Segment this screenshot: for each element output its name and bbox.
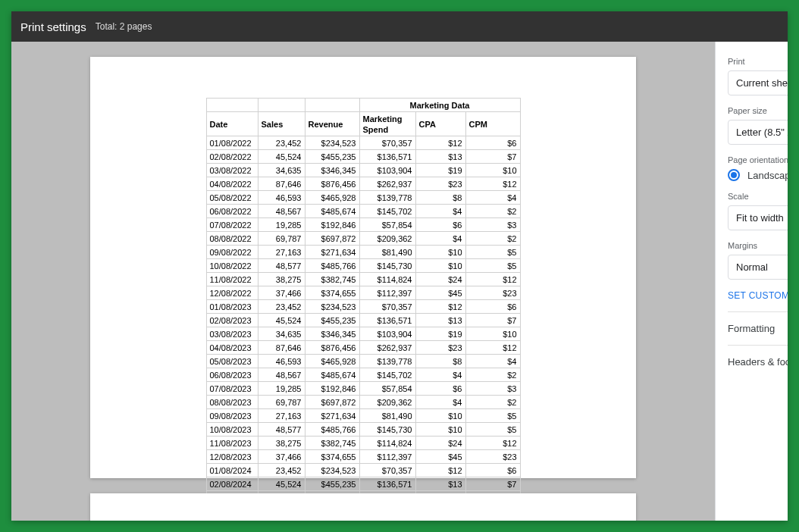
table-row: 01/08/202223,452$234,523$70,357$12$6 — [206, 136, 520, 150]
column-header: CPM — [465, 112, 520, 136]
preview-page-1: Marketing DataDateSalesRevenueMarketing … — [90, 57, 636, 478]
custom-page-breaks-link[interactable]: SET CUSTOM PAGE BREAKS — [728, 290, 788, 301]
table-row: 07/08/202319,285$192,846$57,854$6$3 — [206, 382, 520, 396]
paper-size-select[interactable]: Letter (8.5" x 11") — [728, 120, 788, 145]
table-row: 04/08/202287,646$876,456$262,937$23$12 — [206, 177, 520, 191]
radio-selected-icon — [728, 169, 740, 181]
table-row: 01/08/202423,452$234,523$70,357$12$6 — [206, 464, 520, 477]
table-row: 11/08/202238,275$382,745$114,824$24$12 — [206, 273, 520, 286]
scale-select[interactable]: Fit to width — [728, 205, 788, 230]
table-row: 02/08/202345,524$455,235$136,571$13$7 — [206, 314, 520, 327]
paper-size-label: Paper size — [728, 106, 788, 115]
column-header: CPA — [415, 112, 465, 136]
table-row: 03/08/202234,635$346,345$103,904$19$10 — [206, 164, 520, 177]
body: Marketing DataDateSalesRevenueMarketing … — [11, 42, 788, 521]
headers-footers-section[interactable]: Headers & footers — [728, 345, 788, 378]
column-header: Marketing Spend — [359, 112, 415, 136]
orientation-label: Page orientation — [728, 155, 788, 164]
table-row: 02/08/202245,524$455,235$136,571$13$7 — [206, 150, 520, 164]
table-row: 09/08/202227,163$271,634$81,490$10$5 — [206, 246, 520, 259]
table-row: 12/08/202337,466$374,655$112,397$45$23 — [206, 450, 520, 464]
table-row: 05/08/202246,593$465,928$139,778$8$4 — [206, 191, 520, 205]
table-row: 09/08/202327,163$271,634$81,490$10$5 — [206, 409, 520, 423]
column-header: Revenue — [305, 112, 359, 136]
table-row: 10/08/202348,577$485,766$145,730$10$5 — [206, 423, 520, 437]
table-row: 07/08/202219,285$192,846$57,854$6$3 — [206, 218, 520, 232]
table-row: 05/08/202346,593$465,928$139,778$8$4 — [206, 355, 520, 368]
orientation-landscape-radio[interactable]: Landscape — [728, 169, 788, 181]
table-row: 10/08/202248,577$485,766$145,730$10$5 — [206, 259, 520, 273]
orientation-value: Landscape — [747, 170, 788, 181]
header-bar: Print settings Total: 2 pages — [11, 11, 788, 42]
page-count: Total: 2 pages — [96, 21, 152, 32]
column-header: Sales — [258, 112, 305, 136]
print-settings-window: Print settings Total: 2 pages Marketing … — [11, 11, 788, 521]
table-row: 03/08/202334,635$346,345$103,904$19$10 — [206, 327, 520, 341]
table-row: 06/08/202248,567$485,674$145,702$4$2 — [206, 205, 520, 218]
table-row: 08/08/202269,787$697,872$209,362$4$2 — [206, 232, 520, 246]
table-row: 06/08/202348,567$485,674$145,702$4$2 — [206, 368, 520, 382]
print-label: Print — [728, 57, 788, 66]
scale-label: Scale — [728, 192, 788, 201]
page-title: Print settings — [20, 20, 86, 33]
table-row: 04/08/202387,646$876,456$262,937$23$12 — [206, 341, 520, 355]
margins-label: Margins — [728, 241, 788, 250]
table-row: 01/08/202323,452$234,523$70,357$12$6 — [206, 300, 520, 314]
table-row: 08/08/202369,787$697,872$209,362$4$2 — [206, 396, 520, 409]
print-preview-area[interactable]: Marketing DataDateSalesRevenueMarketing … — [11, 42, 715, 521]
margins-select[interactable]: Normal — [728, 255, 788, 280]
print-select[interactable]: Current sheet — [728, 70, 788, 95]
table-row: 11/08/202338,275$382,745$114,824$24$12 — [206, 437, 520, 450]
table-row: 12/08/202237,466$374,655$112,397$45$23 — [206, 286, 520, 300]
preview-page-2 — [90, 493, 636, 521]
formatting-section[interactable]: Formatting — [728, 311, 788, 345]
data-table: Marketing DataDateSalesRevenueMarketing … — [206, 98, 521, 521]
table-row: 02/08/202445,524$455,235$136,571$13$7 — [206, 477, 520, 491]
column-header: Date — [206, 112, 258, 136]
settings-sidebar: Print Current sheet Paper size Letter (8… — [715, 42, 788, 521]
group-header: Marketing Data — [359, 99, 520, 112]
